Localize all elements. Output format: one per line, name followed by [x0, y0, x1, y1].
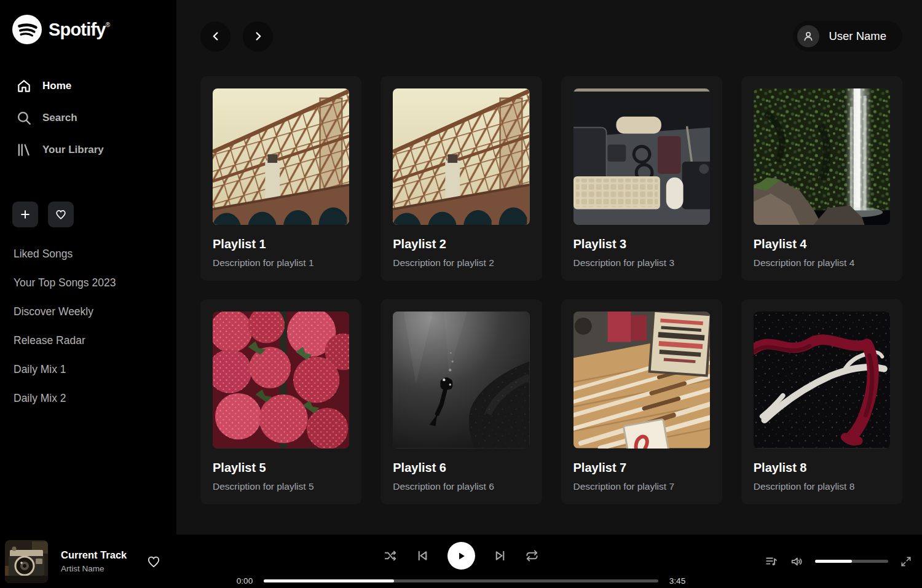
playlist-cover-art-antler	[754, 312, 890, 448]
playlist-card-7[interactable]: Playlist 7 Description for playlist 7	[561, 299, 722, 504]
playlist-title: Playlist 8	[754, 461, 890, 475]
sidebar: Spotify® Home Search Your Library	[0, 0, 176, 535]
track-meta: Current Track Artist Name	[61, 549, 127, 573]
queue-button[interactable]	[765, 555, 778, 568]
progress-fill	[264, 579, 394, 582]
playback-controls	[384, 542, 539, 570]
heart-icon	[146, 554, 161, 569]
playlist-card-5[interactable]: Playlist 5 Description for playlist 5	[200, 299, 361, 504]
topbar: User Name	[200, 21, 902, 52]
repeat-icon	[525, 549, 539, 563]
playlist-card-8[interactable]: Playlist 8 Description for playlist 8	[741, 299, 902, 504]
chevron-left-icon	[209, 29, 223, 43]
playlist-link-your-top-songs-2023[interactable]: Your Top Songs 2023	[12, 269, 164, 297]
volume-button[interactable]	[790, 555, 803, 568]
home-icon	[16, 78, 32, 94]
playlist-title: Playlist 5	[213, 461, 349, 475]
playlist-link-discover-weekly[interactable]: Discover Weekly	[12, 297, 164, 326]
playlist-description: Description for playlist 6	[393, 481, 529, 492]
playlist-card-3[interactable]: Playlist 3 Description for playlist 3	[561, 76, 722, 281]
back-button[interactable]	[200, 22, 230, 52]
playlist-title: Playlist 1	[213, 237, 349, 251]
sidebar-nav: Home Search Your Library	[12, 70, 164, 166]
playlist-cover-art-desk	[573, 88, 710, 225]
sidebar-item-home[interactable]: Home	[12, 70, 164, 102]
progress-bar[interactable]	[264, 579, 658, 582]
playlist-card-6[interactable]: Playlist 6 Description for playlist 6	[380, 299, 542, 504]
playlist-link-daily-mix-1[interactable]: Daily Mix 1	[12, 355, 164, 384]
app-window: Spotify® Home Search Your Library	[0, 0, 922, 535]
sidebar-actions	[12, 202, 164, 227]
elapsed-time: 0:00	[234, 576, 256, 586]
playlist-title: Playlist 2	[393, 237, 529, 251]
playlist-description: Description for playlist 5	[213, 481, 349, 492]
playlist-description: Description for playlist 8	[754, 481, 890, 492]
playlist-link-release-radar[interactable]: Release Radar	[12, 326, 164, 355]
sidebar-item-label: Search	[42, 112, 77, 124]
playlist-card-4[interactable]: Playlist 4 Description for playlist 4	[741, 76, 902, 281]
sidebar-item-your-library[interactable]: Your Library	[12, 134, 164, 166]
duration-time: 3:45	[666, 576, 688, 586]
playlist-grid: Playlist 1 Description for playlist 1	[200, 76, 902, 504]
playlist-title: Playlist 3	[573, 237, 710, 251]
shuffle-icon	[384, 549, 398, 563]
create-playlist-button[interactable]	[12, 202, 38, 227]
next-icon	[493, 549, 507, 563]
spotify-logo: Spotify®	[12, 15, 164, 44]
sidebar-item-label: Your Library	[42, 144, 104, 156]
play-button[interactable]	[447, 542, 475, 570]
playlist-description: Description for playlist 4	[754, 257, 890, 269]
sidebar-playlists: Liked Songs Your Top Songs 2023 Discover…	[12, 240, 164, 413]
playlist-link-liked-songs[interactable]: Liked Songs	[12, 240, 164, 269]
playlist-title: Playlist 4	[754, 237, 890, 251]
main-content: User Name	[176, 0, 922, 535]
playlist-description: Description for playlist 2	[393, 257, 529, 269]
search-icon	[16, 110, 32, 126]
previous-button[interactable]	[416, 549, 430, 563]
expand-icon	[900, 555, 912, 568]
sidebar-item-search[interactable]: Search	[12, 102, 164, 134]
user-icon	[802, 29, 815, 43]
plus-icon	[19, 208, 31, 221]
expand-button[interactable]	[900, 555, 912, 568]
user-name: User Name	[829, 29, 886, 43]
track-artist: Artist Name	[61, 564, 127, 573]
heart-icon	[55, 208, 67, 221]
forward-button[interactable]	[243, 22, 273, 52]
player-bar: Current Track Artist Name	[0, 535, 922, 588]
playlist-description: Description for playlist 3	[573, 257, 710, 269]
avatar	[797, 25, 819, 47]
playlist-title: Playlist 7	[573, 461, 710, 475]
queue-icon	[765, 555, 778, 568]
play-icon	[455, 550, 467, 562]
playlist-cover-art-bridge	[393, 88, 529, 225]
playlist-cover-art-strawberries	[213, 312, 349, 448]
playlist-description: Description for playlist 7	[573, 481, 710, 492]
previous-icon	[416, 549, 430, 563]
volume-fill	[815, 560, 852, 563]
playlist-cover-art-bridge	[213, 88, 349, 225]
repeat-button[interactable]	[525, 549, 539, 563]
liked-songs-button[interactable]	[48, 202, 74, 227]
registered-mark: ®	[106, 22, 110, 28]
playlist-card-1[interactable]: Playlist 1 Description for playlist 1	[200, 76, 361, 281]
chevron-right-icon	[251, 29, 265, 43]
player-center: 0:00 3:45	[234, 535, 688, 588]
volume-slider[interactable]	[815, 560, 888, 563]
now-playing: Current Track Artist Name	[5, 540, 165, 583]
like-track-button[interactable]	[143, 554, 165, 570]
playlist-title: Playlist 6	[393, 461, 529, 475]
next-button[interactable]	[493, 549, 507, 563]
playlist-cover-art-waterfall	[754, 88, 890, 225]
sidebar-item-label: Home	[42, 80, 71, 92]
track-title: Current Track	[61, 549, 127, 561]
playlist-link-daily-mix-2[interactable]: Daily Mix 2	[12, 384, 164, 413]
spotify-logo-icon	[12, 15, 42, 44]
playlist-card-2[interactable]: Playlist 2 Description for playlist 2	[380, 76, 542, 281]
user-menu-button[interactable]: User Name	[793, 21, 902, 52]
shuffle-button[interactable]	[384, 549, 398, 563]
library-icon	[16, 142, 32, 158]
player-right-controls	[765, 555, 912, 568]
playlist-cover-art-diver	[393, 312, 529, 448]
album-art	[5, 540, 48, 583]
